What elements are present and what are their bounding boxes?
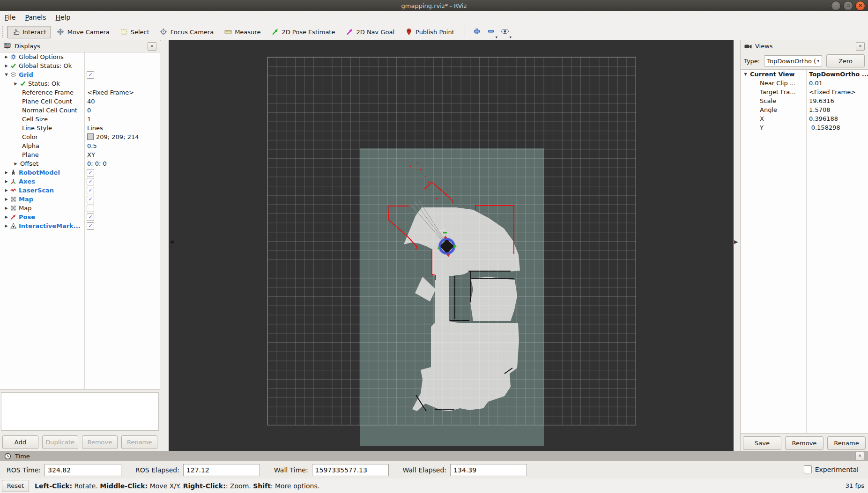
duplicate-button[interactable]: Duplicate	[42, 435, 78, 449]
row-line-style[interactable]: Line Style Lines	[0, 124, 160, 132]
row-target-frame[interactable]: Target Fra... <Fixed Frame>	[741, 88, 868, 96]
expander-icon[interactable]: ▶	[13, 81, 19, 86]
row-interactive-markers[interactable]: ▶ InteractiveMark...	[0, 221, 160, 230]
row-global-status[interactable]: ▶ Global Status: Ok	[0, 61, 160, 70]
row-offset[interactable]: ▶ Offset 0; 0; 0	[0, 159, 160, 168]
measure-tool-button[interactable]: Measure	[219, 26, 265, 38]
close-button[interactable]: ×	[855, 1, 865, 11]
row-angle[interactable]: Angle 1.5708	[741, 105, 868, 114]
visibility-checkbox[interactable]	[87, 71, 94, 79]
property-value[interactable]: 0; 0; 0	[87, 160, 107, 167]
row-grid[interactable]: ▼ Grid	[0, 70, 160, 79]
reset-button[interactable]: Reset	[2, 480, 29, 492]
experimental-checkbox[interactable]	[804, 465, 812, 473]
focus-camera-tool-button[interactable]: Focus Camera	[155, 26, 218, 38]
views-panel-header[interactable]: Views ×	[741, 40, 868, 52]
toolbar-drag-handle[interactable]	[2, 26, 3, 37]
nav-goal-tool-button[interactable]: 2D Nav Goal	[341, 26, 399, 38]
row-scale[interactable]: Scale 19.6316	[741, 96, 868, 105]
property-value[interactable]: 40	[87, 98, 95, 105]
wall-time-input[interactable]	[312, 464, 389, 476]
zoom-out-button[interactable]	[484, 25, 498, 38]
row-plane-cell-count[interactable]: Plane Cell Count 40	[0, 97, 160, 106]
row-map-1[interactable]: ▶ Map	[0, 195, 160, 204]
expander-icon[interactable]: ▶	[3, 206, 9, 210]
expander-icon[interactable]: ▶	[3, 64, 9, 68]
expander-icon[interactable]: ▶	[13, 162, 19, 166]
row-x[interactable]: X 0.396188	[741, 114, 868, 123]
interact-tool-button[interactable]: Interact	[7, 26, 51, 38]
row-global-options[interactable]: ▶ Global Options	[0, 52, 160, 61]
displays-close-icon[interactable]: ×	[148, 42, 156, 51]
expander-icon[interactable]: ▶	[3, 179, 9, 184]
expander-icon[interactable]: ▼	[3, 73, 9, 77]
visibility-checkbox[interactable]	[87, 178, 94, 185]
ros-elapsed-input[interactable]	[183, 464, 260, 476]
property-value[interactable]: Lines	[87, 125, 103, 132]
publish-point-tool-button[interactable]: Publish Point	[400, 26, 459, 38]
add-button[interactable]: Add	[2, 435, 38, 449]
row-reference-frame[interactable]: Reference Frame <Fixed Frame>	[0, 88, 160, 97]
expander-icon[interactable]: ▶	[3, 224, 9, 228]
row-current-view[interactable]: ▼ Current View TopDownOrtho ...	[741, 70, 868, 79]
visibility-checkbox[interactable]	[87, 213, 94, 221]
property-value[interactable]: 0.396188	[809, 115, 838, 122]
move-camera-tool-button[interactable]: Move Camera	[52, 26, 114, 38]
expander-icon[interactable]: ▶	[3, 188, 9, 192]
row-laserscan[interactable]: ▶ LaserScan	[0, 186, 160, 195]
maximize-button[interactable]: ▫	[843, 1, 853, 11]
wall-elapsed-input[interactable]	[450, 464, 527, 476]
property-value[interactable]: <Fixed Frame>	[87, 89, 134, 96]
time-close-icon[interactable]: ×	[855, 452, 864, 460]
property-value[interactable]: 0.5	[87, 142, 97, 149]
menu-panels[interactable]: Panels	[20, 12, 51, 22]
row-robotmodel[interactable]: ▶ RobotModel	[0, 168, 160, 177]
visibility-checkbox[interactable]	[87, 222, 94, 230]
ros-time-input[interactable]	[45, 464, 121, 476]
visibility-checkbox[interactable]	[87, 187, 94, 194]
row-pose[interactable]: ▶ Pose	[0, 213, 160, 221]
displays-panel-header[interactable]: Displays ×	[0, 40, 160, 52]
property-value[interactable]: 1.5708	[809, 106, 831, 113]
property-value[interactable]: 0.01	[809, 80, 823, 87]
property-value[interactable]: 0	[87, 107, 91, 114]
row-near-clip[interactable]: Near Clip ... 0.01	[741, 79, 868, 88]
select-tool-button[interactable]: Select	[115, 26, 154, 38]
visibility-tool-button[interactable]	[498, 25, 512, 38]
zero-button[interactable]: Zero	[826, 54, 865, 67]
row-alpha[interactable]: Alpha 0.5	[0, 141, 160, 150]
property-value[interactable]: 1	[87, 116, 91, 123]
rename-button[interactable]: Rename	[121, 435, 157, 449]
expander-icon[interactable]: ▶	[3, 215, 9, 219]
property-value[interactable]: XY	[87, 151, 95, 158]
expander-icon[interactable]: ▶	[3, 170, 9, 175]
visibility-checkbox[interactable]	[87, 169, 94, 177]
visibility-checkbox[interactable]	[87, 205, 94, 212]
collapse-left-arrow-icon[interactable]: ◀	[170, 239, 173, 245]
window-titlebar[interactable]: gmapping.rviz* - RViz – ▫ ×	[0, 0, 868, 11]
3d-view-canvas[interactable]	[169, 40, 734, 451]
collapse-right-arrow-icon[interactable]: ▶	[734, 239, 738, 245]
row-axes[interactable]: ▶ Axes	[0, 177, 160, 186]
expander-icon[interactable]: ▶	[3, 55, 9, 59]
save-button[interactable]: Save	[743, 436, 781, 450]
property-value[interactable]: <Fixed Frame>	[809, 88, 856, 96]
expander-icon[interactable]: ▶	[3, 197, 9, 201]
left-splitter[interactable]	[161, 40, 169, 451]
property-value[interactable]: 209; 209; 214	[87, 133, 139, 140]
property-value[interactable]: -0.158298	[809, 124, 840, 131]
rename-view-button[interactable]: Rename	[827, 436, 866, 450]
time-panel-header[interactable]: Time ×	[0, 451, 868, 461]
expander-icon[interactable]: ▼	[742, 72, 749, 76]
row-y[interactable]: Y -0.158298	[741, 123, 868, 132]
row-map-2[interactable]: ▶ Map	[0, 204, 160, 213]
row-cell-size[interactable]: Cell Size 1	[0, 115, 160, 124]
row-normal-cell-count[interactable]: Normal Cell Count 0	[0, 106, 160, 115]
row-plane[interactable]: Plane XY	[0, 150, 160, 159]
views-close-icon[interactable]: ×	[856, 42, 865, 51]
minimize-button[interactable]: –	[831, 1, 841, 11]
remove-button[interactable]: Remove	[82, 435, 118, 449]
property-value[interactable]: 19.6316	[809, 97, 834, 104]
menu-file[interactable]: File	[0, 12, 20, 22]
remove-view-button[interactable]: Remove	[785, 436, 823, 450]
